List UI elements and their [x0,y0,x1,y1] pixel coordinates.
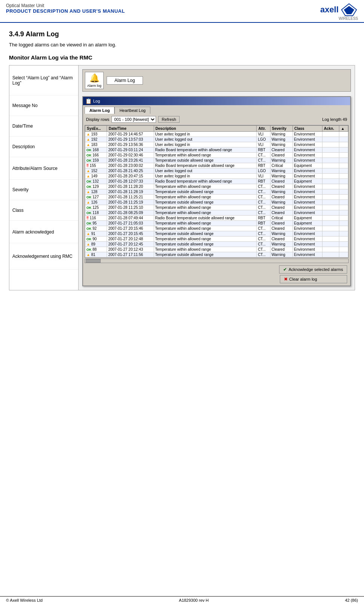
warn-icon: ▲ [86,143,90,147]
cell-datetime: 2007-01-28 23:26:41 [107,158,154,163]
cell-class: Environment [293,205,322,210]
cell-ack [322,163,339,168]
table-row[interactable]: ▲ 128 2007-01-28 11:28:19 Temperature ou… [85,189,348,195]
col-ackn: Ackn. [322,126,339,132]
table-row[interactable]: OK 90 2007-01-27 20:12:48 Temperature wi… [85,237,348,242]
cell-sysev: OK 159 [85,158,107,163]
table-row[interactable]: OK 125 2007-01-28 11:25:10 Temperature w… [85,205,348,210]
table-row[interactable]: OK 92 2007-01-27 20:15:46 Temperature wi… [85,226,348,231]
ok-icon: OK [86,148,92,152]
alarm-table-body: ▲ 193 2007-01-29 14:46:57 User avitec lo… [85,132,348,257]
cell-ack [322,158,339,163]
refresh-button[interactable]: Refresh [158,116,180,123]
table-row[interactable]: OK 118 2007-01-28 08:25:09 Temperature w… [85,210,348,216]
bottom-buttons: ✔ Acknowledge selected alarms ✖ Clear al… [85,265,349,284]
display-rows-select[interactable]: 001 - 100 [Newest] [111,116,156,123]
table-row[interactable]: ▲ 89 2007-01-27 20:12:45 Temperature out… [85,242,348,247]
cell-datetime: 2007-01-27 17:11:56 [107,252,154,257]
cell-class: Environment [293,142,322,147]
warn-icon: ▲ [86,253,90,257]
logo-icon [340,3,358,16]
table-row[interactable]: ▲ 193 2007-01-29 14:46:57 User avitec lo… [85,132,348,137]
cell-class: Environment [293,132,322,137]
cell-ack [322,142,339,147]
footer-copyright: © Axell Wireless Ltd [6,598,43,603]
table-row[interactable]: OK 168 2007-01-29 03:11:24 Radio Board t… [85,147,348,153]
cell-datetime: 2007-01-27 20:15:46 [107,226,154,231]
cell-ack [322,153,339,158]
table-row[interactable]: ▲ 192 2007-01-29 13:57:03 User avitec lo… [85,137,348,142]
table-row[interactable]: OK 127 2007-01-28 11:25:21 Temperature w… [85,195,348,200]
cell-description: User avitec logged in [154,174,257,179]
col-severity: Severity [270,126,293,132]
cell-severity: Cleared [270,153,293,158]
table-row[interactable]: OK 95 2007-01-27 21:05:03 Temperature wi… [85,221,348,226]
table-row[interactable]: OK 159 2007-01-28 23:26:41 Temperature o… [85,158,348,163]
table-row[interactable]: ▲ 91 2007-01-27 20:15:45 Temperature out… [85,231,348,237]
tab-heartbeat-log[interactable]: Heartbeat Log [114,107,150,114]
horizontal-scrollbar[interactable] [85,259,349,263]
company-title: Optical Master Unit [6,3,125,8]
cell-class: Equipment [293,179,322,184]
cell-extra [339,184,348,189]
table-row[interactable]: OK 166 2007-01-29 02:30:46 Temperature w… [85,153,348,158]
tab-alarm-log[interactable]: Alarm Log [85,107,114,114]
cell-description: Temperature within allowed range [154,237,257,242]
cell-extra [339,231,348,237]
cell-class: Equipment [293,216,322,221]
table-row[interactable]: ▲ 149 2007-01-28 20:47:15 User avitec lo… [85,174,348,179]
cell-severity: Cleared [270,179,293,184]
ok-icon: OK [86,206,92,210]
acknowledge-button[interactable]: ✔ Acknowledge selected alarms [279,265,347,274]
cell-attr: CT... [257,184,270,189]
ok-icon: OK [86,180,92,183]
table-row[interactable]: ▲ 183 2007-01-29 13:56:36 User avitec lo… [85,142,348,147]
table-row[interactable]: ▲ 126 2007-01-28 11:25:19 Temperature ou… [85,200,348,205]
cell-severity: Warning [270,252,293,257]
table-container: SysEv... Date/Time Description Attr. Sev… [85,125,349,258]
cell-severity: Critical [270,216,293,221]
cell-severity: Warning [270,142,293,147]
cell-description: Temperature within allowed range [154,210,257,216]
cell-sysev: OK 129 [85,184,107,189]
cell-description: Radio Board temperature within allowed r… [154,147,257,153]
cell-sysev: ▲ 149 [85,174,107,179]
ok-icon: OK [86,237,92,241]
cell-attr: CT... [257,189,270,195]
cell-sysev: OK 127 [85,195,107,200]
table-row[interactable]: ‼ 155 2007-01-28 23:00:02 Radio Board te… [85,163,348,168]
cell-description: Radio Board temperature outside allowed … [154,216,257,221]
crit-icon: ‼ [86,164,89,168]
cell-datetime: 2007-01-27 20:12:45 [107,242,154,247]
cell-attr: LGO [257,137,270,142]
scrollbar-thumb[interactable] [86,259,101,263]
cell-attr: RBT [257,147,270,153]
table-row[interactable]: OK 132 2007-01-28 12:07:33 Radio Board t… [85,179,348,184]
cell-datetime: 2007-01-27 20:15:45 [107,231,154,237]
product-title: PRODUCT DESCRIPTION AND USER'S MANUAL [6,8,125,14]
cell-severity: Warning [270,231,293,237]
logo-container: axell [320,3,358,16]
cell-attr: RBT [257,179,270,184]
cell-sysev: ▲ 183 [85,142,107,147]
cell-datetime: 2007-01-28 12:07:33 [107,179,154,184]
col-class: Class [293,126,322,132]
table-row[interactable]: ▲ 152 2007-01-28 21:40:25 User avitec lo… [85,168,348,174]
table-row[interactable]: ‼ 116 2007-01-28 07:49:44 Radio Board te… [85,216,348,221]
labels-column: Select “Alarm Log” and “Alarm Log” Messa… [9,65,79,290]
table-row[interactable]: OK 88 2007-01-27 20:12:43 Temperature wi… [85,247,348,252]
table-row[interactable]: ▲ 81 2007-01-27 17:11:56 Temperature out… [85,252,348,257]
clear-alarm-log-button[interactable]: ✖ Clear alarm log [280,275,347,283]
col-datetime: Date/Time [107,126,154,132]
label-alarm-ack: Alarm acknowledged [9,221,78,243]
cell-description: Temperature outside allowed range [154,158,257,163]
table-row[interactable]: OK 129 2007-01-28 11:28:20 Temperature w… [85,184,348,189]
subsection-title: Monitor Alarm Log via the RMC [9,54,355,61]
cell-ack [322,147,339,153]
cell-attr: CT... [257,200,270,205]
page-header: Optical Master Unit PRODUCT DESCRIPTION … [0,0,364,23]
cell-severity: Cleared [270,226,293,231]
cell-severity: Warning [270,189,293,195]
warn-icon: ▲ [86,137,90,141]
cell-extra [339,147,348,153]
